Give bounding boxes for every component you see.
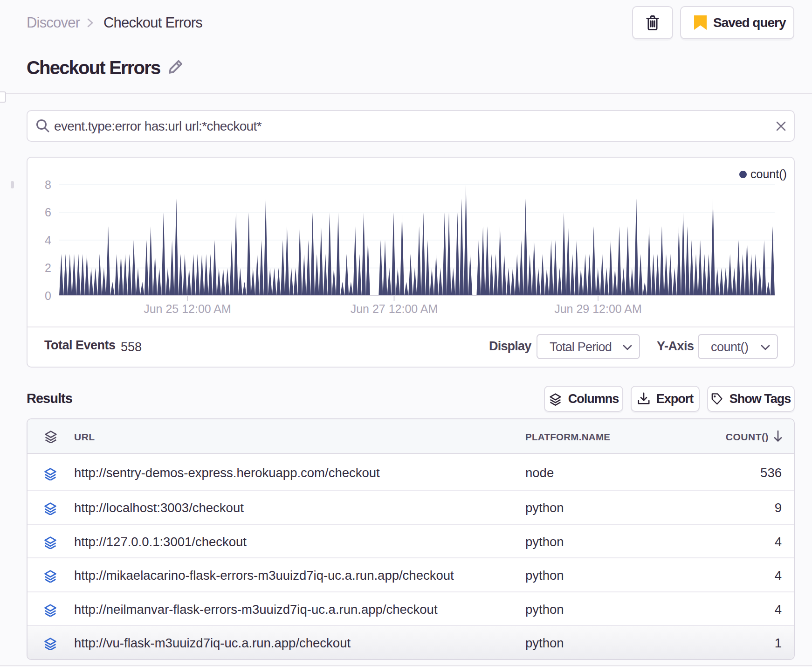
svg-text:0: 0 [45,289,51,302]
svg-text:8: 8 [45,178,51,191]
svg-text:Jun 25 12:00 AM: Jun 25 12:00 AM [144,302,231,315]
svg-text:2: 2 [45,261,51,274]
svg-text:4: 4 [45,234,51,247]
svg-text:6: 6 [45,206,51,219]
svg-text:Jun 29 12:00 AM: Jun 29 12:00 AM [554,302,642,315]
svg-text:count(): count() [750,167,787,181]
svg-text:Jun 27 12:00 AM: Jun 27 12:00 AM [351,302,438,315]
